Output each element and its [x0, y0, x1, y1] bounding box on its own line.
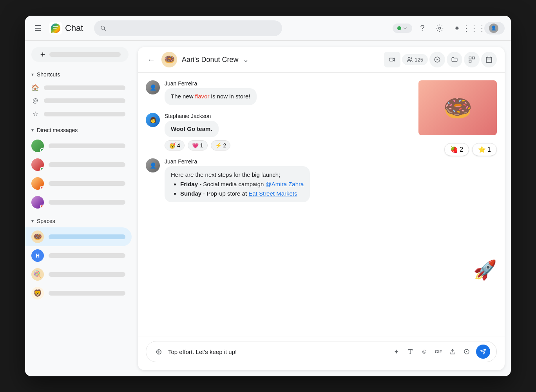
- dm-item-1[interactable]: [25, 136, 132, 155]
- members-count: 125: [415, 57, 423, 63]
- star-count: 1: [487, 146, 491, 153]
- sidebar-item-lion[interactable]: 🦁: [25, 284, 132, 303]
- msg-text-1b: is now in store!: [211, 93, 250, 100]
- shortcuts-label: Shortcuts: [37, 71, 60, 78]
- files-button[interactable]: [447, 52, 462, 67]
- home-label: [44, 85, 125, 90]
- shortcuts-chevron-icon: ▾: [31, 72, 34, 77]
- search-input[interactable]: [110, 25, 276, 31]
- input-area: ⊕ ✦ ☺ GIF: [138, 336, 505, 370]
- spaces-label: Spaces: [37, 218, 55, 224]
- space-avatar-donut: 🍩: [31, 230, 44, 243]
- dm-item-3[interactable]: [25, 174, 132, 193]
- lightning-emoji: ⚡: [215, 142, 222, 149]
- sidebar-item-h[interactable]: H: [25, 246, 132, 265]
- dm-avatar-1: [31, 140, 44, 152]
- input-container: ⊕ ✦ ☺ GIF: [146, 341, 497, 362]
- reaction-party[interactable]: 🥳 4: [165, 140, 185, 151]
- starred-icon: ☆: [31, 110, 39, 118]
- friday-bold: Friday: [180, 181, 198, 187]
- space-avatar-lion: 🦁: [31, 287, 44, 299]
- message-group-3: 👤 Juan Ferreira Here are the next steps …: [146, 158, 497, 202]
- msg-main-text: Here are the next steps for the big laun…: [171, 170, 304, 180]
- format-text-icon[interactable]: [404, 345, 416, 358]
- stephanie-avatar: 👩: [146, 113, 160, 127]
- dm-avatar-2: [31, 158, 44, 171]
- dm-item-4[interactable]: [25, 193, 132, 212]
- space-avatar-candy: 🍭: [31, 268, 44, 281]
- status-indicator[interactable]: [393, 24, 412, 33]
- new-chat-button[interactable]: [31, 47, 129, 62]
- app-title: Chat: [65, 23, 83, 33]
- search-icon: [100, 25, 106, 31]
- reaction-lightning[interactable]: ⚡ 2: [211, 140, 231, 151]
- video-icon: [389, 56, 396, 63]
- help-icon[interactable]: ?: [415, 21, 429, 35]
- strawberry-reaction[interactable]: 🍓 2: [444, 143, 469, 156]
- sidebar-item-starred[interactable]: ☆: [25, 107, 132, 121]
- dm-avatar-4: [31, 196, 44, 209]
- message-input[interactable]: [168, 348, 387, 355]
- more-options-button[interactable]: [460, 345, 473, 358]
- dm-item-2[interactable]: [25, 155, 132, 174]
- sidebar-item-mentions[interactable]: @: [25, 94, 132, 107]
- upload-icon: [449, 348, 456, 355]
- star-reaction[interactable]: ⭐ 1: [472, 143, 497, 156]
- sidebar-item-donut-crew[interactable]: 🍩: [25, 227, 132, 246]
- donut-image-placeholder: 🍩: [418, 80, 497, 135]
- dm-name-3: [49, 181, 125, 186]
- tasks-icon: [434, 56, 441, 63]
- messages-area: 🍩 🍓 2 ⭐ 1 👤 Juan Ferreira The new flavor: [138, 73, 505, 336]
- heart-emoji: 💗: [192, 142, 199, 149]
- integrations-button[interactable]: [464, 52, 480, 67]
- gif-button[interactable]: GIF: [432, 345, 445, 358]
- sidebar-item-candy[interactable]: 🍭: [25, 265, 132, 284]
- apps-icon[interactable]: ⋮⋮⋮: [467, 21, 481, 35]
- menu-icon[interactable]: ☰: [31, 20, 45, 36]
- send-button[interactable]: [476, 345, 490, 359]
- shortcuts-section-header[interactable]: ▾ Shortcuts: [25, 65, 135, 81]
- svg-rect-6: [473, 57, 474, 59]
- folder-icon: [451, 56, 458, 63]
- sunday-text: - Pop-up store at: [203, 190, 248, 197]
- gemini-icon[interactable]: ✦: [450, 21, 464, 35]
- status-dot: [397, 26, 401, 30]
- dm-name-1: [49, 143, 125, 148]
- upload-button[interactable]: [446, 345, 459, 358]
- back-button[interactable]: ←: [146, 54, 157, 66]
- group-dropdown-icon[interactable]: ⌄: [243, 55, 249, 64]
- chat-panel: ← 🍩 Aari's Donut Crew ⌄: [138, 47, 505, 370]
- calendar-button[interactable]: [481, 52, 497, 67]
- settings-icon[interactable]: [433, 21, 447, 35]
- spaces-section-header[interactable]: ▾ Spaces: [25, 212, 135, 227]
- dm-status-busy-3: [40, 186, 44, 190]
- search-bar[interactable]: [94, 20, 282, 36]
- send-icon: [480, 348, 486, 355]
- members-button[interactable]: 125: [402, 54, 428, 65]
- user-avatar: 👤: [489, 24, 498, 33]
- new-chat-icon: [39, 51, 46, 58]
- reaction-heart[interactable]: 💗 1: [188, 140, 208, 151]
- calendar-icon: [485, 56, 493, 63]
- svg-rect-7: [469, 60, 471, 62]
- heart-count: 1: [200, 142, 203, 149]
- video-call-button[interactable]: [384, 52, 400, 67]
- dm-name-4: [49, 200, 125, 205]
- emoji-picker-button[interactable]: ☺: [418, 345, 431, 358]
- space-name-donut: [49, 234, 125, 239]
- space-name-h: [49, 253, 125, 258]
- sidebar-item-home[interactable]: 🏠: [25, 81, 132, 94]
- eat-street-link[interactable]: Eat Street Markets: [248, 190, 297, 197]
- account-chip[interactable]: 👤: [484, 22, 505, 34]
- chevron-down-icon: [403, 26, 407, 31]
- strawberry-count: 2: [460, 146, 463, 153]
- svg-rect-5: [469, 57, 471, 59]
- dm-avatar-3: [31, 177, 44, 190]
- add-attachment-button[interactable]: ⊕: [152, 345, 165, 358]
- gemini-input-icon[interactable]: ✦: [390, 345, 402, 358]
- format-icon: [407, 348, 413, 355]
- tasks-button[interactable]: [429, 52, 445, 67]
- amira-mention[interactable]: @Amira Zahra: [266, 181, 304, 187]
- donut-image: 🍩: [418, 80, 497, 135]
- dm-section-header[interactable]: ▾ Direct messages: [25, 121, 135, 136]
